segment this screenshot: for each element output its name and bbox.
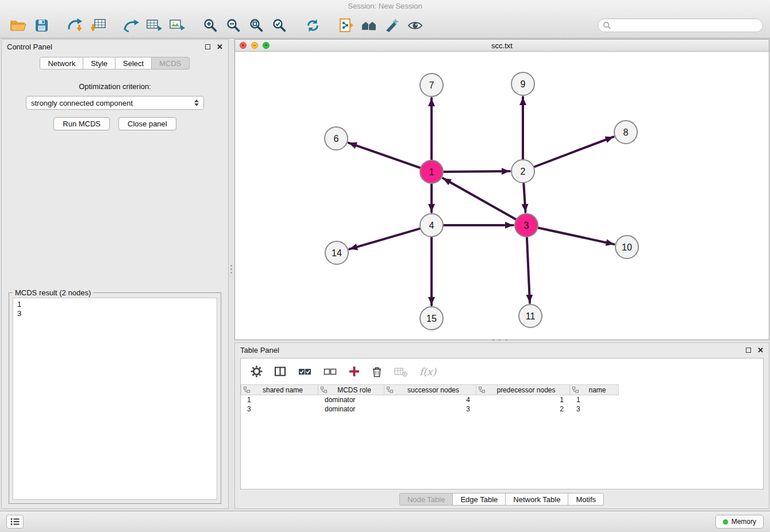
table-cell[interactable]: 3	[241, 405, 318, 413]
home-icon	[361, 18, 378, 33]
run-mcds-button[interactable]: Run MCDS	[53, 117, 110, 130]
optimization-label: Optimization criterion:	[2, 82, 228, 91]
zoom-fit-button[interactable]	[245, 14, 268, 36]
tab-network[interactable]: Network	[40, 57, 83, 70]
import-table-button[interactable]	[86, 14, 109, 36]
splitter-handle[interactable]	[491, 338, 509, 341]
show-overview-button[interactable]	[403, 14, 426, 36]
zoom-window-icon[interactable]: +	[263, 42, 270, 49]
close-panel-button[interactable]: Close panel	[118, 117, 176, 130]
open-session-button[interactable]	[7, 14, 30, 36]
delete-table-button[interactable]	[394, 367, 407, 377]
table-settings-button[interactable]	[251, 365, 263, 377]
node-7[interactable]: 7	[420, 74, 443, 97]
memory-button[interactable]: Memory	[715, 515, 764, 529]
status-bar: Memory	[0, 511, 770, 532]
edge-3-10[interactable]	[538, 228, 614, 245]
edge-2-8[interactable]	[534, 137, 614, 167]
table-cell[interactable]: 2	[476, 405, 570, 413]
node-label: 11	[526, 311, 536, 321]
search-input[interactable]	[613, 21, 758, 30]
table-cell[interactable]: 3	[384, 405, 476, 413]
search-box[interactable]	[598, 18, 763, 32]
node-10[interactable]: 10	[615, 236, 638, 259]
network-canvas[interactable]: 7968124314101511	[235, 52, 769, 340]
column-header-name[interactable]: name	[570, 384, 619, 395]
node-9[interactable]: 9	[511, 72, 534, 95]
export-network-button[interactable]	[120, 14, 143, 36]
edge-4-14[interactable]	[349, 229, 420, 249]
node-1[interactable]: 1	[420, 160, 443, 183]
split-view-button[interactable]	[275, 367, 286, 377]
delete-column-button[interactable]	[372, 366, 382, 377]
import-network-icon	[66, 18, 83, 33]
node-2[interactable]: 2	[511, 160, 534, 183]
node-6[interactable]: 6	[325, 127, 348, 150]
node-8[interactable]: 8	[614, 121, 637, 144]
refresh-button[interactable]	[301, 14, 324, 36]
save-session-button[interactable]	[30, 14, 53, 36]
unselect-all-button[interactable]	[324, 368, 337, 376]
close-window-icon[interactable]: ×	[240, 42, 247, 49]
tab-edge-table[interactable]: Edge Table	[452, 493, 506, 506]
table-cell[interactable]: dominator	[318, 396, 384, 404]
table-cell[interactable]: 1	[476, 396, 570, 404]
edge-1-6[interactable]	[349, 143, 421, 168]
tab-select[interactable]: Select	[115, 57, 152, 70]
node-label: 4	[429, 221, 434, 230]
zoom-out-button[interactable]	[222, 14, 245, 36]
save-icon	[34, 18, 49, 33]
home-button[interactable]	[357, 14, 380, 36]
window-titlebar[interactable]: Session: New Session	[0, 0, 770, 13]
table-row[interactable]: 1dominator411	[241, 395, 763, 404]
zoom-selected-button[interactable]	[268, 14, 291, 36]
float-panel-icon[interactable]	[746, 348, 751, 353]
tab-style[interactable]: Style	[83, 57, 116, 70]
node-3[interactable]: 3	[515, 214, 538, 237]
select-all-button[interactable]	[298, 368, 311, 376]
zoom-in-button[interactable]	[199, 14, 222, 36]
minimize-window-icon[interactable]: −	[251, 42, 258, 49]
criterion-dropdown[interactable]: strongly connected component	[26, 96, 204, 110]
splitter-handle[interactable]	[229, 263, 233, 278]
tab-node-table[interactable]: Node Table	[399, 493, 453, 506]
import-network-button[interactable]	[63, 14, 86, 36]
table-cell[interactable]: 3	[570, 405, 619, 413]
edge-3-11[interactable]	[527, 237, 530, 303]
list-icon	[10, 516, 20, 527]
edge-2-3[interactable]	[523, 183, 525, 212]
node-15[interactable]: 15	[420, 307, 443, 330]
network-window-titlebar[interactable]: × − + scc.txt	[235, 40, 769, 52]
edge-3-1[interactable]	[443, 178, 516, 219]
network-graph[interactable]: 7968124314101511	[235, 52, 769, 340]
function-builder-button[interactable]: f(x)	[419, 366, 436, 377]
mcds-result-list[interactable]: 13	[13, 298, 217, 500]
table-cell[interactable]: 1	[241, 396, 318, 404]
node-14[interactable]: 14	[325, 241, 348, 264]
float-panel-icon[interactable]	[205, 44, 210, 49]
add-column-button[interactable]	[349, 366, 360, 377]
edge-1-2[interactable]	[444, 171, 510, 172]
column-header-shared-name[interactable]: shared name	[241, 384, 318, 395]
column-header-mcds-role[interactable]: MCDS role	[318, 384, 384, 395]
table-cell[interactable]: 4	[384, 396, 476, 404]
export-image-button[interactable]	[165, 14, 188, 36]
close-panel-icon[interactable]: ✕	[217, 44, 223, 49]
first-neighbors-button[interactable]	[334, 14, 357, 36]
node-label: 8	[623, 128, 629, 137]
node-4[interactable]: 4	[420, 214, 443, 237]
node-11[interactable]: 11	[519, 304, 542, 327]
trash-icon	[372, 366, 382, 377]
table-cell[interactable]: 1	[570, 396, 619, 404]
export-table-button[interactable]	[143, 14, 165, 36]
tab-mcds[interactable]: MCDS	[151, 57, 189, 70]
column-header-successor-nodes[interactable]: successor nodes	[384, 384, 476, 395]
table-row[interactable]: 3dominator323	[241, 404, 763, 414]
column-header-predecessor-nodes[interactable]: predecessor nodes	[476, 384, 570, 395]
apply-style-button[interactable]	[380, 14, 403, 36]
table-cell[interactable]: dominator	[318, 405, 384, 413]
panel-chooser-button[interactable]	[6, 515, 24, 529]
close-panel-icon[interactable]: ✕	[757, 348, 764, 353]
tab-motifs[interactable]: Motifs	[568, 493, 604, 506]
tab-network-table[interactable]: Network Table	[505, 493, 568, 506]
